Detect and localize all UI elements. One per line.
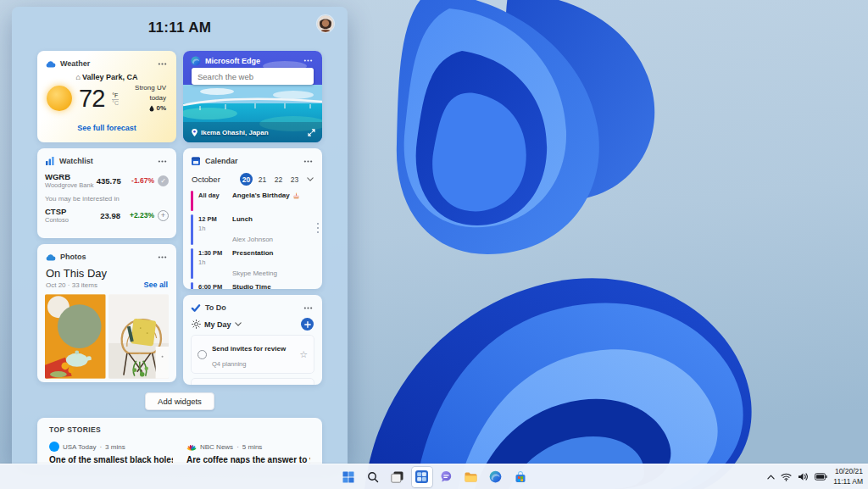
calendar-date-pill[interactable]: 22 [272,173,285,186]
windows-start-icon [342,471,354,483]
taskbar-center-icons [338,467,531,487]
edge-icon [489,470,502,483]
home-icon: ⌂ [76,73,81,81]
top-stories-card: TOP STORIES USA Today · 3 mins One of th… [37,418,322,464]
calendar-title: Calendar [205,157,238,165]
stock-row[interactable]: WGRB Woodgrove Bank 435.75 -1.67% ✓ [45,172,169,189]
location-pin-icon [192,129,198,136]
plus-icon [304,321,311,328]
story-headline: One of the smallest black holes — and [49,455,173,464]
task-view-button[interactable] [387,467,408,487]
weather-more-button[interactable] [155,57,169,70]
task-list-name: Q4 planning [212,360,246,368]
wifi-icon [781,473,792,481]
usa-today-logo-icon [49,442,59,452]
calendar-date-pill[interactable]: 23 [288,173,301,186]
task-row[interactable]: Buy groceriesTasks ☆ [191,378,314,385]
stock-change: -1.67% [121,176,154,185]
chat-button[interactable] [437,467,457,487]
event-color-bar [191,248,193,279]
edge-title: Microsoft Edge [205,57,260,65]
photos-more-button[interactable] [155,250,169,264]
stock-change: +2.23% [120,211,154,219]
stock-added-icon[interactable]: ✓ [158,175,169,186]
volume-button[interactable] [798,472,809,481]
watchlist-widget[interactable]: Watchlist WGRB Woodgrove Bank 435.75 -1.… [37,148,176,238]
calendar-date-pill[interactable]: 20 [240,173,253,186]
edge-more-button[interactable] [301,54,314,68]
stock-row[interactable]: CTSP Contoso 23.98 +2.23% + [45,207,169,224]
file-explorer-button[interactable] [461,467,481,487]
story-age: 5 mins [242,443,263,451]
calendar-event[interactable]: 1:30 PM1h PresentationSkype Meeting [191,248,314,279]
weather-cloud-icon [45,60,56,68]
edge-search-box[interactable] [192,68,314,85]
widgets-button[interactable] [412,467,432,487]
tray-date: 10/20/21 [833,467,863,476]
battery-button[interactable] [815,473,827,481]
clock-date-display[interactable]: 10/20/21 11:11 AM [833,467,863,486]
see-all-link[interactable]: See all [143,281,168,289]
widgets-panel: 11:11 AM Weather [12,7,348,464]
weather-location: ⌂Valley Park, CA [45,73,169,81]
weather-widget[interactable]: Weather ⌂Valley Park, CA 72 °F °C [37,51,176,142]
todo-more-button[interactable] [301,301,314,314]
chevron-down-icon[interactable] [307,177,314,181]
widgets-column-right: Microsoft Edge Ikema Ohashi, Japan [183,51,322,385]
calendar-more-button[interactable] [301,154,314,168]
widgets-icon [415,470,428,483]
birthday-cake-icon [292,192,300,200]
add-task-button[interactable] [301,318,314,331]
calendar-date-strip: 20 21 22 23 [240,173,314,186]
see-full-forecast-link[interactable]: See full forecast [45,124,169,132]
todo-title: To Do [205,303,226,312]
watchlist-more-button[interactable] [155,154,169,168]
news-story[interactable]: NBC News · 5 mins Are coffee naps the an… [186,442,310,464]
stock-symbol: CTSP [45,207,97,216]
edge-logo-icon [191,56,201,66]
star-icon[interactable]: ☆ [299,350,308,359]
avatar-image [317,15,334,32]
story-age: 3 mins [105,443,125,451]
edge-widget[interactable]: Microsoft Edge Ikema Ohashi, Japan [183,51,322,142]
calendar-events: All day Angela's Birthday 12 PM1h LunchA… [191,191,314,289]
calendar-event[interactable]: 6:00 PM3h Studio TimeConf Rm 32/35 [191,282,314,289]
weather-title: Weather [60,59,90,68]
edge-photo-caption: Ikema Ohashi, Japan [201,129,269,136]
task-checkbox[interactable] [198,350,207,359]
calendar-date-pill[interactable]: 21 [256,173,269,186]
edge-browser-button[interactable] [486,467,506,487]
watchlist-title: Watchlist [59,157,93,165]
weather-units[interactable]: °F °C [112,90,119,107]
microsoft-store-button[interactable] [510,467,531,487]
event-color-bar [191,282,193,289]
photos-subtitle: Oct 20 · 33 items [46,281,97,289]
todo-widget[interactable]: To Do My Day Send invites for reviewQ4 p… [183,295,322,385]
story-headline: Are coffee naps the answer to your [186,455,310,464]
calendar-scroll-indicator[interactable] [317,223,319,233]
search-button[interactable] [363,467,383,487]
weather-current: 72 °F °C Strong UV today 0% [45,83,169,114]
photo-thumbnail[interactable] [45,294,106,379]
photos-widget[interactable]: Photos On This Day Oct 20 · 33 items See… [37,244,176,382]
my-day-label[interactable]: My Day [204,320,231,329]
calendar-month-label: October [192,175,220,184]
edge-search-input[interactable] [198,72,309,81]
tray-overflow-button[interactable] [767,475,775,480]
stock-add-icon[interactable]: + [158,210,169,221]
task-row[interactable]: Send invites for reviewQ4 planning ☆ [191,335,314,374]
battery-icon [815,473,827,481]
calendar-widget[interactable]: Calendar October 20 21 22 23 [183,148,322,289]
microsoft-store-icon [515,471,526,483]
start-button[interactable] [338,467,359,487]
wifi-button[interactable] [781,473,792,481]
add-widgets-button[interactable]: Add widgets [145,392,214,410]
expand-icon[interactable] [308,129,315,136]
chevron-down-icon[interactable] [235,322,242,326]
user-avatar[interactable] [317,15,334,32]
calendar-event[interactable]: 12 PM1h LunchAlex Johnson [191,214,314,245]
weather-temperature: 72 [79,85,104,113]
news-story[interactable]: USA Today · 3 mins One of the smallest b… [49,442,173,464]
photo-thumbnail[interactable] [108,294,170,379]
calendar-event[interactable]: All day Angela's Birthday [191,191,314,211]
